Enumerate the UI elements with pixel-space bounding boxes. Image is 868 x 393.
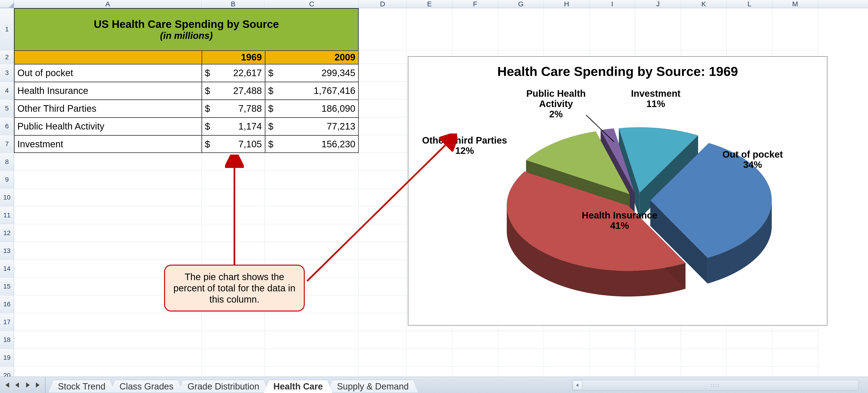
row-header-11[interactable]: 11 xyxy=(0,206,14,224)
cell-M19[interactable] xyxy=(772,349,818,366)
row-header-4[interactable]: 4 xyxy=(0,82,14,100)
cell-D1[interactable] xyxy=(359,8,407,51)
cell-C2[interactable]: 2009 xyxy=(265,51,359,64)
cell-D18[interactable] xyxy=(359,331,407,349)
cell-C17[interactable] xyxy=(265,313,359,331)
col-header-D[interactable]: D xyxy=(359,0,407,8)
cell-D17[interactable] xyxy=(359,313,407,331)
row-header-16[interactable]: 16 xyxy=(0,295,14,313)
col-header-M[interactable]: M xyxy=(772,0,818,8)
row-header-5[interactable]: 5 xyxy=(0,100,14,117)
cell-F18[interactable] xyxy=(453,331,498,349)
horizontal-scrollbar[interactable]: :::: xyxy=(572,380,859,391)
cell-A17[interactable] xyxy=(14,313,202,331)
cell-D4[interactable] xyxy=(359,82,407,100)
row-header-6[interactable]: 6 xyxy=(0,117,14,135)
row-header-1[interactable]: 1 xyxy=(0,8,14,51)
row-header-17[interactable]: 17 xyxy=(0,313,14,331)
scroll-left-icon[interactable] xyxy=(572,381,583,390)
col-header-H[interactable]: H xyxy=(544,0,590,8)
cell-D16[interactable] xyxy=(359,295,407,313)
cell-B4[interactable]: $27,488 xyxy=(202,82,265,100)
tab-nav-prev-icon[interactable] xyxy=(13,380,22,390)
cell-D6[interactable] xyxy=(359,117,407,135)
cell-B17[interactable] xyxy=(202,313,265,331)
row-header-12[interactable]: 12 xyxy=(0,224,14,242)
cell-E19[interactable] xyxy=(407,349,453,366)
cell-C19[interactable] xyxy=(265,349,359,366)
row-header-9[interactable]: 9 xyxy=(0,171,14,189)
sheet-tab-health-care[interactable]: Health Care xyxy=(264,380,332,393)
col-header-I[interactable]: I xyxy=(590,0,635,8)
cell-B19[interactable] xyxy=(202,349,265,366)
row-header-7[interactable]: 7 xyxy=(0,135,14,153)
cell-M1[interactable] xyxy=(772,8,818,51)
cell-D19[interactable] xyxy=(359,349,407,366)
cell-A12[interactable] xyxy=(14,224,202,242)
cell-L19[interactable] xyxy=(727,349,772,366)
cell-G19[interactable] xyxy=(498,349,544,366)
cell-I18[interactable] xyxy=(590,331,635,349)
sheet-tab-stock-trend[interactable]: Stock Trend xyxy=(48,380,115,393)
col-header-B[interactable]: B xyxy=(202,0,265,8)
cell-C6[interactable]: $77,213 xyxy=(265,117,359,135)
col-header-G[interactable]: G xyxy=(498,0,544,8)
row-header-14[interactable]: 14 xyxy=(0,260,14,277)
cell-A18[interactable] xyxy=(14,331,202,349)
cell-A4[interactable]: Health Insurance xyxy=(14,82,202,100)
cell-M18[interactable] xyxy=(772,331,818,349)
row-header-2[interactable]: 2 xyxy=(0,51,14,64)
col-header-E[interactable]: E xyxy=(407,0,453,8)
cell-A9[interactable] xyxy=(14,171,202,189)
cell-A2[interactable] xyxy=(14,51,202,64)
select-all-corner[interactable] xyxy=(0,0,14,8)
cell-G1[interactable] xyxy=(498,8,544,51)
cell-E18[interactable] xyxy=(407,331,453,349)
cell-A8[interactable] xyxy=(14,153,202,171)
cell-B3[interactable]: $22,617 xyxy=(202,64,265,82)
cell-H1[interactable] xyxy=(544,8,590,51)
cell-H18[interactable] xyxy=(544,331,590,349)
sheet-tab-class-grades[interactable]: Class Grades xyxy=(110,380,183,393)
tab-nav-first-icon[interactable] xyxy=(2,380,12,390)
row-header-18[interactable]: 18 xyxy=(0,331,14,349)
cell-L18[interactable] xyxy=(727,331,772,349)
cell-G18[interactable] xyxy=(498,331,544,349)
cell-B6[interactable]: $1,174 xyxy=(202,117,265,135)
cell-A13[interactable] xyxy=(14,242,202,260)
cell-D3[interactable] xyxy=(359,64,407,82)
sheet-tab-supply-demand[interactable]: Supply & Demand xyxy=(327,380,418,393)
cell-J18[interactable] xyxy=(635,331,681,349)
row-header-8[interactable]: 8 xyxy=(0,153,14,171)
row-header-15[interactable]: 15 xyxy=(0,277,14,295)
row-header-13[interactable]: 13 xyxy=(0,242,14,260)
cell-K18[interactable] xyxy=(681,331,727,349)
cell-F19[interactable] xyxy=(453,349,498,366)
tab-nav-next-icon[interactable] xyxy=(23,380,32,390)
cell-A10[interactable] xyxy=(14,189,202,206)
cell-D2[interactable] xyxy=(359,51,407,64)
pie-chart[interactable]: Health Care Spending by Source: 1969 Out… xyxy=(408,56,828,326)
cell-A1[interactable]: US Health Care Spending by Source(in mil… xyxy=(14,8,359,51)
cell-A3[interactable]: Out of pocket xyxy=(14,64,202,82)
cell-D5[interactable] xyxy=(359,100,407,117)
row-header-10[interactable]: 10 xyxy=(0,189,14,206)
col-header-C[interactable]: C xyxy=(265,0,359,8)
cell-A6[interactable]: Public Health Activity xyxy=(14,117,202,135)
row-header-19[interactable]: 19 xyxy=(0,349,14,366)
cell-E1[interactable] xyxy=(407,8,453,51)
cell-F1[interactable] xyxy=(453,8,498,51)
cell-C4[interactable]: $1,767,416 xyxy=(265,82,359,100)
sheet-tab-grade-distribution[interactable]: Grade Distribution xyxy=(178,380,269,393)
cell-H19[interactable] xyxy=(544,349,590,366)
cell-J19[interactable] xyxy=(635,349,681,366)
cell-K19[interactable] xyxy=(681,349,727,366)
cell-I1[interactable] xyxy=(590,8,635,51)
cell-B5[interactable]: $7,788 xyxy=(202,100,265,117)
col-header-F[interactable]: F xyxy=(453,0,498,8)
cell-B18[interactable] xyxy=(202,331,265,349)
cell-C18[interactable] xyxy=(265,331,359,349)
row-header-3[interactable]: 3 xyxy=(0,64,14,82)
cell-B7[interactable]: $7,105 xyxy=(202,135,265,153)
cell-A7[interactable]: Investment xyxy=(14,135,202,153)
